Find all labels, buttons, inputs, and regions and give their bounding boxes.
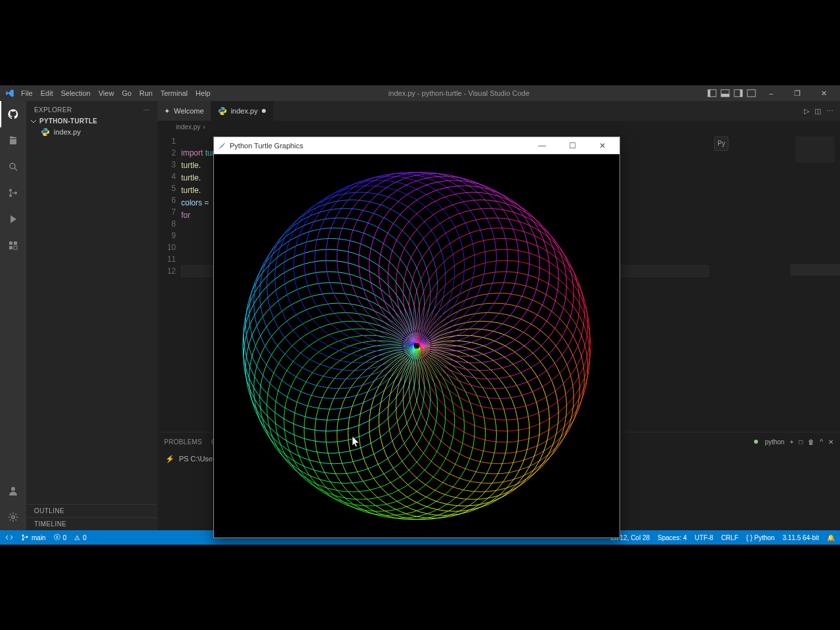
window-minimize-button[interactable]: – (760, 85, 782, 101)
python-file-icon (218, 106, 227, 116)
status-remote[interactable] (5, 534, 13, 541)
svg-point-7 (10, 163, 15, 169)
svg-point-20 (26, 536, 28, 538)
activity-extensions-icon[interactable] (0, 232, 26, 259)
activity-explorer-icon[interactable] (0, 127, 26, 154)
file-item-index[interactable]: index.py (26, 126, 158, 138)
minimap[interactable] (788, 133, 840, 432)
terminal-status-indicator (754, 440, 758, 444)
status-language[interactable]: { } Python (746, 534, 774, 541)
timeline-section[interactable]: TIMELINE (26, 517, 158, 530)
status-encoding[interactable]: UTF-8 (695, 534, 713, 541)
menu-help[interactable]: Help (196, 89, 211, 97)
menu-edit[interactable]: Edit (41, 89, 53, 97)
editor-tab-bar: ✦ Welcome index.py ▷ ◫ ⋯ (158, 101, 840, 121)
svg-rect-1 (708, 90, 711, 97)
svg-rect-13 (14, 242, 17, 245)
activity-github-icon[interactable] (0, 101, 26, 127)
prompt-icon: ⚡ (165, 455, 175, 463)
svg-rect-5 (740, 90, 743, 97)
status-notifications-icon[interactable]: 🔔 (827, 534, 835, 541)
tab-welcome[interactable]: ✦ Welcome (158, 101, 211, 121)
turtle-close-button[interactable]: ✕ (589, 137, 616, 154)
turtle-window-title: Python Turtle Graphics (230, 142, 303, 150)
python-file-icon (167, 123, 173, 130)
vscode-logo-icon (5, 89, 14, 98)
activity-accounts-icon[interactable] (0, 478, 26, 504)
folder-header[interactable]: PYTHON-TURTLE (26, 116, 158, 126)
turtle-window-icon (218, 142, 226, 150)
svg-rect-14 (9, 246, 12, 249)
explorer-sidebar: EXPLORER ⋯ PYTHON-TURTLE index.py OUTLIN… (26, 101, 158, 530)
titlebar: File Edit Selection View Go Run Terminal… (0, 85, 840, 101)
panel-close-button[interactable]: ✕ (828, 438, 833, 446)
svg-rect-3 (721, 94, 729, 96)
activity-search-icon[interactable] (0, 154, 26, 180)
status-interpreter[interactable]: 3.11.5 64-bit (782, 534, 819, 541)
chevron-down-icon (30, 118, 37, 125)
svg-rect-6 (747, 90, 755, 97)
status-errors[interactable]: ⓧ 0 (54, 533, 67, 542)
svg-point-10 (9, 194, 12, 197)
status-warnings[interactable]: ⚠ 0 (74, 534, 87, 541)
activity-bar (0, 101, 26, 530)
more-tab-actions-icon[interactable]: ⋯ (826, 107, 833, 116)
tab-label: index.py (231, 107, 258, 115)
window-maximize-button[interactable]: ❐ (786, 85, 808, 101)
spirograph-drawing (226, 156, 607, 536)
svg-point-17 (12, 516, 14, 518)
tab-index-py[interactable]: index.py (211, 101, 273, 121)
status-indent[interactable]: Spaces: 4 (658, 534, 686, 541)
terminal-kill-button[interactable]: 🗑 (808, 438, 814, 446)
menu-selection[interactable]: Selection (61, 89, 91, 97)
window-title: index.py - python-turtle - Visual Studio… (211, 89, 707, 97)
folder-name: PYTHON-TURTLE (39, 117, 97, 125)
turtle-minimize-button[interactable]: — (529, 137, 555, 154)
turtle-window-titlebar[interactable]: Python Turtle Graphics — ☐ ✕ (214, 137, 620, 154)
outline-section[interactable]: OUTLINE (26, 504, 158, 517)
svg-point-9 (9, 189, 12, 192)
split-editor-icon[interactable]: ◫ (814, 107, 821, 116)
menu-go[interactable]: Go (122, 89, 132, 97)
layout-panel-icon[interactable] (721, 89, 730, 98)
svg-point-16 (11, 487, 15, 491)
activity-run-debug-icon[interactable] (0, 206, 26, 232)
layout-custom-icon[interactable] (747, 89, 756, 98)
svg-rect-12 (9, 242, 12, 245)
activity-source-control-icon[interactable] (0, 180, 26, 206)
menu-run[interactable]: Run (139, 89, 152, 97)
menu-view[interactable]: View (98, 89, 114, 97)
turtle-maximize-button[interactable]: ☐ (559, 137, 585, 154)
svg-point-11 (14, 192, 17, 194)
layout-sidebar-right-icon[interactable] (734, 89, 743, 98)
layout-sidebar-left-icon[interactable] (707, 89, 717, 98)
line-number-gutter: 1 2 3 4 5 6 7 8 9 10 11 12 (158, 133, 181, 432)
sidebar-title: EXPLORER (34, 106, 72, 114)
status-eol[interactable]: CRLF (721, 534, 738, 541)
menu-bar: File Edit Selection View Go Run Terminal… (21, 89, 211, 97)
terminal-split-button[interactable]: □ (799, 438, 803, 446)
breadcrumb[interactable]: index.py › (158, 121, 840, 133)
svg-point-19 (22, 539, 24, 541)
welcome-icon: ✦ (164, 107, 170, 116)
panel-tab-problems[interactable]: PROBLEMS (164, 438, 202, 446)
chevron-right-icon: › (203, 123, 205, 131)
interpreter-hint-badge: Py (714, 136, 728, 151)
file-name: index.py (54, 128, 81, 136)
activity-settings-icon[interactable] (0, 504, 26, 530)
sidebar-more-icon[interactable]: ⋯ (143, 106, 150, 114)
menu-terminal[interactable]: Terminal (161, 89, 188, 97)
terminal-shell-label[interactable]: python (765, 438, 784, 446)
svg-line-8 (14, 168, 17, 171)
turtle-canvas (214, 154, 620, 537)
vscode-window: File Edit Selection View Go Run Terminal… (0, 85, 840, 545)
svg-rect-15 (14, 246, 17, 249)
run-button[interactable]: ▷ (804, 107, 809, 116)
window-close-button[interactable]: ✕ (812, 85, 835, 101)
status-branch[interactable]: main (21, 534, 46, 541)
terminal-new-button[interactable]: + (789, 438, 793, 446)
menu-file[interactable]: File (21, 89, 33, 97)
panel-maximize-button[interactable]: ^ (820, 438, 823, 446)
turtle-graphics-window[interactable]: Python Turtle Graphics — ☐ ✕ (213, 136, 620, 538)
svg-point-18 (22, 535, 24, 537)
